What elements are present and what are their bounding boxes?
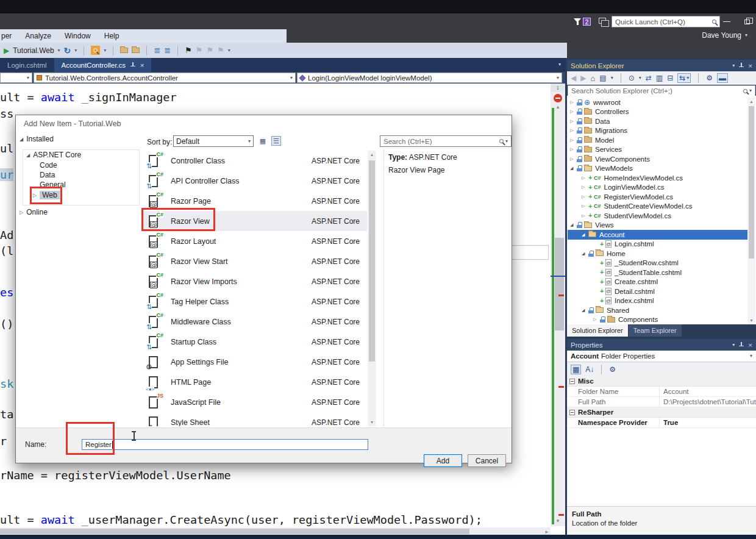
tree-item-viewmodels[interactable]: ◢ViewModels bbox=[568, 164, 747, 174]
solution-tree-scrollbar[interactable]: ▴ ▾ bbox=[747, 98, 755, 324]
add-button[interactable]: Add bbox=[424, 454, 462, 467]
tree-item-detail-cshtml[interactable]: +@Detail.cshtml bbox=[568, 287, 747, 296]
tree-collapsed-arrow-icon[interactable]: ▷ bbox=[570, 138, 577, 143]
categorized-view-icon[interactable]: ▦ bbox=[571, 365, 581, 374]
prev-bookmark-icon[interactable]: ⚑ bbox=[196, 46, 203, 55]
chevron-down-icon[interactable]: ▾ bbox=[74, 48, 77, 53]
class-dropdown[interactable]: Tutorial.Web.Controllers.AccountControll… bbox=[34, 73, 296, 83]
tree-item-controllers[interactable]: ▷Controllers bbox=[568, 107, 747, 117]
tree-item-model[interactable]: ▷Model bbox=[568, 135, 747, 145]
back-icon[interactable]: ◀ bbox=[571, 74, 576, 82]
tree-expanded-arrow-icon[interactable]: ◢ bbox=[26, 152, 30, 158]
template-app-settings-file[interactable]: App Settings FileASP.NET Core bbox=[143, 352, 367, 372]
clear-bookmarks-icon[interactable]: ⚑ bbox=[217, 46, 224, 55]
tree-expanded-arrow-icon[interactable]: ◢ bbox=[570, 166, 577, 171]
scroll-up-arrow-icon[interactable]: ▴ bbox=[747, 99, 755, 104]
quick-launch-input[interactable]: Quick Launch (Ctrl+Q) bbox=[612, 16, 720, 27]
tree-item-shared[interactable]: ◢Shared bbox=[568, 305, 747, 315]
tree-collapsed-arrow-icon[interactable]: ▷ bbox=[570, 128, 577, 133]
scroll-down-arrow-icon[interactable]: ▾ bbox=[747, 318, 755, 323]
sync-with-active-document-icon[interactable]: ⇆▾ bbox=[677, 73, 691, 83]
preview-selected-items-icon[interactable]: ▬ bbox=[717, 73, 728, 83]
pin-icon[interactable] bbox=[739, 63, 744, 69]
tree-collapsed-arrow-icon[interactable]: ▷ bbox=[582, 195, 588, 199]
collapse-minus-icon[interactable] bbox=[569, 410, 575, 415]
run-target-label[interactable]: Tutorial.Web bbox=[13, 46, 54, 55]
tree-expanded-arrow-icon[interactable]: ◢ bbox=[20, 137, 23, 142]
collapse-minus-icon[interactable] bbox=[569, 379, 575, 384]
properties-object-dropdown[interactable]: Account Folder Properties ▾ bbox=[567, 351, 756, 362]
template-api-controller-class[interactable]: API Controller ClassASP.NET Core bbox=[143, 171, 367, 191]
tree-expanded-arrow-icon[interactable]: ◢ bbox=[582, 232, 588, 237]
chevron-down-icon[interactable]: ▾ bbox=[639, 76, 641, 80]
template-middleware-class[interactable]: Middleware ClassASP.NET Core bbox=[143, 312, 367, 332]
restore-button[interactable] bbox=[744, 20, 750, 24]
find-in-files-icon[interactable] bbox=[91, 46, 100, 55]
tree-item-registerviewmodel-cs[interactable]: ▷+C#RegisterViewModel.cs bbox=[568, 192, 747, 202]
menu-item-help[interactable]: Help bbox=[104, 32, 119, 40]
template-html-page[interactable]: HTML PageASP.NET Core bbox=[143, 372, 367, 392]
tree-expanded-arrow-icon[interactable]: ◢ bbox=[582, 308, 588, 313]
scrollbar-thumb[interactable] bbox=[369, 160, 375, 362]
tree-item-create-cshtml[interactable]: +@Create.cshtml bbox=[568, 277, 747, 287]
property-row-folder-name[interactable]: Folder NameAccount bbox=[567, 387, 756, 397]
tree-item-studentrow-cshtml[interactable]: +@_StudentRow.cshtml bbox=[568, 259, 747, 268]
name-input[interactable]: Register bbox=[82, 439, 368, 450]
template-style-sheet[interactable]: Style SheetASP.NET Core bbox=[143, 412, 367, 426]
tree-item-services[interactable]: ▷Services bbox=[568, 145, 747, 155]
window-position-icon[interactable]: ▾ bbox=[732, 343, 735, 348]
show-all-files-icon[interactable]: ▥ bbox=[656, 74, 663, 82]
scrollbar-thumb[interactable] bbox=[0, 529, 469, 534]
scroll-down-arrow-icon[interactable]: ▾ bbox=[368, 419, 376, 425]
template-list-scrollbar[interactable]: ▴ ▾ bbox=[368, 151, 376, 426]
template-razor-view-start[interactable]: Razor View StartASP.NET Core bbox=[143, 251, 367, 271]
properties-gear-icon[interactable]: ⚙ bbox=[706, 74, 713, 82]
tree-item-account[interactable]: ◢Account bbox=[568, 230, 747, 240]
template-startup-class[interactable]: Startup ClassASP.NET Core bbox=[143, 332, 367, 352]
tree-collapsed-arrow-icon[interactable]: ▷ bbox=[582, 176, 588, 180]
tree-item-migrations[interactable]: ▷Migrations bbox=[568, 126, 747, 136]
solution-search-input[interactable]: Search Solution Explorer (Ctrl+;) ▾ bbox=[568, 85, 755, 96]
close-icon[interactable]: × bbox=[748, 341, 752, 349]
new-item-folder-icon[interactable] bbox=[120, 48, 128, 53]
tree-item-homeindexviewmodel-cs[interactable]: ▷+C#HomeIndexViewModel.cs bbox=[568, 173, 747, 183]
tree-item-index-cshtml[interactable]: +@Index.cshtml bbox=[568, 296, 747, 306]
template-javascript-file[interactable]: JavaScript FileASP.NET Core bbox=[143, 392, 367, 412]
navigate-backward-lines-icon[interactable]: ≣ bbox=[154, 46, 160, 55]
tree-collapsed-arrow-icon[interactable]: ▷ bbox=[570, 119, 577, 124]
tree-item-online[interactable]: ▷Online bbox=[20, 208, 48, 216]
project-dropdown[interactable]: ▾ bbox=[0, 73, 32, 83]
start-debug-icon[interactable]: ▶ bbox=[4, 46, 9, 55]
navigate-forward-lines-icon[interactable]: ≣ bbox=[164, 46, 171, 55]
add-existing-folder-icon[interactable] bbox=[132, 48, 140, 53]
tile-view-icon[interactable]: ▦ bbox=[258, 136, 268, 146]
pending-changes-filter-icon[interactable]: ⊙ bbox=[629, 74, 635, 82]
toolbar-overflow-icon[interactable]: ▾ bbox=[228, 48, 230, 53]
property-row-full-path[interactable]: Full PathD:\Projects\dotnet\Tutorial\Tut… bbox=[567, 397, 756, 407]
tree-expanded-arrow-icon[interactable]: ◢ bbox=[582, 251, 588, 256]
forward-icon[interactable]: ▶ bbox=[580, 74, 586, 82]
tab-overflow-icon[interactable]: ▾ bbox=[558, 62, 561, 67]
template-controller-class[interactable]: Controller ClassASP.NET Core bbox=[143, 151, 367, 171]
switch-views-icon[interactable]: ▤ bbox=[599, 74, 606, 82]
tree-item-loginviewmodel-cs[interactable]: ▷+C#LoginViewModel.cs bbox=[568, 183, 747, 193]
split-editor-grip[interactable]: ↕ bbox=[551, 84, 565, 92]
template-tag-helper-class[interactable]: Tag Helper ClassASP.NET Core bbox=[143, 291, 367, 312]
tree-collapsed-arrow-icon[interactable]: ▷ bbox=[570, 157, 577, 162]
menu-item-window[interactable]: Window bbox=[65, 32, 91, 40]
tree-item-code[interactable]: Code bbox=[40, 161, 57, 170]
tree-item-studentcreateviewmodel-cs[interactable]: ▷+C#StudentCreateViewModel.cs bbox=[568, 202, 747, 212]
notifications-funnel-icon[interactable] bbox=[574, 18, 581, 23]
tree-item-viewcomponents[interactable]: ▷ViewComponents bbox=[568, 154, 747, 164]
tree-item-views[interactable]: ◢Views bbox=[568, 221, 747, 230]
scroll-up-arrow-icon[interactable]: ▴ bbox=[368, 152, 376, 157]
next-bookmark-icon[interactable]: ⚑ bbox=[207, 46, 214, 55]
tree-collapsed-arrow-icon[interactable]: ▷ bbox=[593, 317, 600, 322]
signed-in-user[interactable]: Dave Young ▾ bbox=[702, 31, 747, 40]
tree-item-home[interactable]: ◢Home bbox=[568, 249, 747, 259]
tree-item-wwwroot[interactable]: ▷⊕wwwroot bbox=[568, 98, 747, 107]
close-icon[interactable]: × bbox=[748, 62, 752, 70]
tree-collapsed-arrow-icon[interactable]: ▷ bbox=[570, 109, 577, 114]
scrollbar-thumb[interactable] bbox=[555, 238, 564, 330]
error-health-indicator-icon[interactable] bbox=[554, 94, 562, 102]
